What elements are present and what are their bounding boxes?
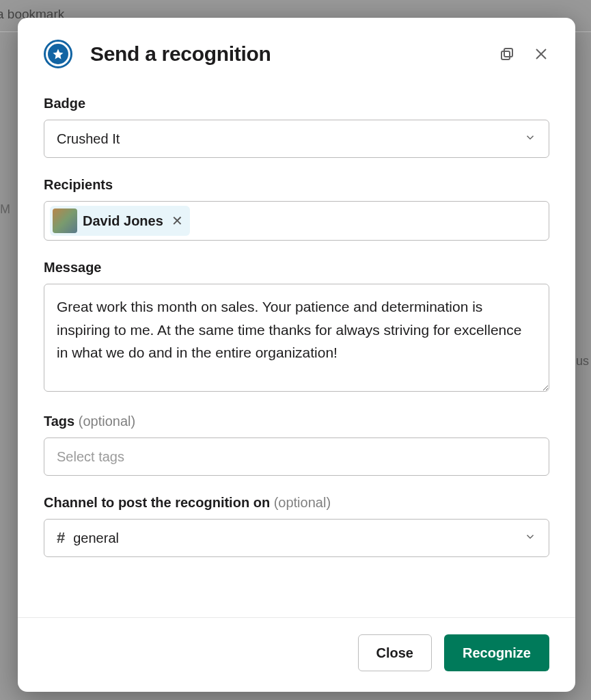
message-label: Message	[44, 260, 549, 275]
svg-rect-0	[504, 49, 512, 57]
badge-field: Badge Crushed It	[44, 96, 549, 158]
recipients-input[interactable]: David Jones ✕	[44, 201, 549, 241]
modal-title: Send a recognition	[90, 42, 481, 66]
modal-body: Badge Crushed It Recipients David Jones …	[18, 75, 575, 617]
channel-field: Channel to post the recognition on (opti…	[44, 495, 549, 557]
badge-label: Badge	[44, 96, 549, 111]
tags-field: Tags (optional) Select tags	[44, 414, 549, 476]
hash-icon: #	[57, 529, 65, 547]
close-icon[interactable]	[533, 46, 549, 62]
chevron-down-icon	[524, 530, 536, 546]
tags-label-text: Tags	[44, 414, 74, 429]
channel-value: general	[73, 530, 119, 546]
avatar	[53, 208, 77, 233]
tags-label: Tags (optional)	[44, 414, 549, 429]
star-badge-icon	[44, 40, 72, 68]
tags-select[interactable]: Select tags	[44, 438, 549, 476]
channel-label: Channel to post the recognition on (opti…	[44, 495, 549, 511]
channel-select[interactable]: # general	[44, 519, 549, 557]
open-new-window-icon[interactable]	[499, 46, 515, 62]
modal-footer: Close Recognize	[18, 617, 575, 692]
tags-optional: (optional)	[79, 414, 135, 429]
channel-optional: (optional)	[274, 495, 331, 510]
svg-rect-1	[501, 51, 510, 59]
modal-header: Send a recognition	[18, 18, 575, 75]
badge-select[interactable]: Crushed It	[44, 120, 549, 158]
tags-placeholder: Select tags	[57, 449, 124, 465]
badge-value: Crushed It	[57, 131, 120, 147]
recognition-modal: Send a recognition Badge Crushed It Reci…	[18, 18, 575, 692]
close-button[interactable]: Close	[358, 634, 432, 671]
recipients-field: Recipients David Jones ✕	[44, 177, 549, 241]
remove-chip-icon[interactable]: ✕	[171, 213, 183, 229]
recipients-label: Recipients	[44, 177, 549, 193]
channel-label-text: Channel to post the recognition on	[44, 495, 270, 510]
recognize-button[interactable]: Recognize	[444, 634, 549, 671]
message-textarea[interactable]	[44, 284, 549, 392]
message-field: Message	[44, 260, 549, 394]
bg-us-text: us	[576, 354, 589, 368]
recipient-chip[interactable]: David Jones ✕	[50, 206, 190, 236]
recipient-name: David Jones	[83, 213, 163, 229]
chevron-down-icon	[524, 131, 536, 147]
bg-m-text: M	[0, 202, 10, 217]
